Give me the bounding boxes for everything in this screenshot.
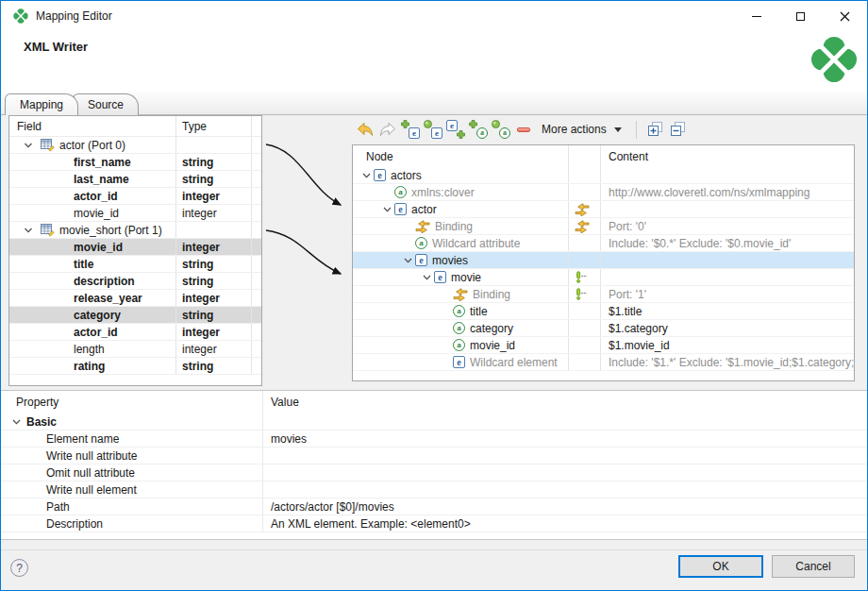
collapse-all-icon: [671, 122, 686, 137]
table-row[interactable]: rating string: [9, 358, 261, 375]
app-clover-icon: [13, 8, 28, 24]
key-binding-icon: [575, 271, 587, 283]
window-title: Mapping Editor: [36, 9, 112, 23]
tree-row[interactable]: Binding Port: '0': [353, 218, 854, 235]
binding-arrows-icon: [575, 220, 590, 233]
table-row[interactable]: actor_id integer: [9, 324, 261, 341]
add-attribute-icon: a: [469, 120, 488, 139]
page-title: XML Writer: [24, 40, 88, 54]
chevron-down-icon[interactable]: [383, 207, 392, 212]
tree-row[interactable]: a category $1.category: [353, 320, 854, 337]
attribute-icon: a: [453, 322, 465, 334]
chevron-down-icon[interactable]: [423, 275, 431, 280]
add-wildcard-element-icon: e: [424, 120, 442, 139]
chevron-down-icon[interactable]: [21, 228, 36, 233]
property-row[interactable]: Basic: [1, 414, 867, 431]
tree-row[interactable]: a Wildcard attribute Include: '$0.*' Exc…: [353, 235, 854, 252]
cancel-button[interactable]: Cancel: [772, 555, 855, 578]
help-button[interactable]: [10, 559, 28, 577]
attribute-icon: a: [415, 237, 427, 249]
ok-button[interactable]: OK: [678, 555, 763, 578]
table-row[interactable]: movie_short (Port 1): [9, 222, 261, 239]
tree-toolbar: e e e a a: [354, 115, 858, 144]
expand-all-icon: [648, 122, 663, 137]
property-row[interactable]: Description An XML element. Example: <el…: [1, 515, 867, 532]
tree-row[interactable]: a xmlns:clover http://www.cloveretl.com/…: [353, 184, 854, 201]
chevron-down-icon[interactable]: [12, 419, 21, 425]
tree-row-selected[interactable]: e movies: [353, 252, 854, 269]
add-wildcard-attribute-button[interactable]: a: [490, 118, 512, 141]
column-header-content: Content: [600, 145, 854, 167]
undo-icon: [356, 122, 375, 137]
property-value[interactable]: [262, 481, 867, 498]
more-actions-button[interactable]: More actions: [535, 118, 628, 141]
key-binding-icon: [575, 288, 587, 300]
minimize-button[interactable]: [734, 1, 778, 31]
property-row[interactable]: Write null element: [1, 481, 867, 498]
field-table: Field Type actor (Port 0) first_name str…: [8, 115, 262, 386]
property-value[interactable]: An XML element. Example: <element0>: [262, 515, 867, 532]
tree-row[interactable]: e actor: [353, 201, 854, 218]
table-row[interactable]: release_year integer: [9, 290, 261, 307]
property-row[interactable]: Write null attribute: [1, 447, 867, 464]
table-row[interactable]: last_name string: [9, 171, 261, 188]
table-row[interactable]: title string: [9, 256, 261, 273]
element-icon: e: [374, 169, 386, 181]
table-row[interactable]: description string: [9, 273, 261, 290]
table-row-highlighted[interactable]: movie_id integer: [9, 239, 261, 256]
property-row[interactable]: Path /actors/actor [$0]/movies: [1, 498, 867, 515]
property-value[interactable]: movies: [262, 431, 867, 447]
maximize-button[interactable]: [778, 1, 823, 31]
chevron-down-icon[interactable]: [362, 173, 371, 178]
add-child-element-button[interactable]: e: [399, 118, 422, 141]
tree-row[interactable]: e Wildcard element Include: '$1.*' Exclu…: [353, 354, 854, 371]
column-header-type: Type: [176, 116, 252, 136]
tab-mapping[interactable]: Mapping: [5, 93, 78, 115]
attribute-icon: a: [394, 186, 407, 198]
mapping-editor-dialog: Mapping Editor XML Writer Mapping Source…: [0, 0, 868, 591]
tab-source[interactable]: Source: [73, 93, 139, 115]
property-row[interactable]: Omit null attribute: [1, 464, 867, 481]
remove-icon: [517, 127, 530, 132]
table-row[interactable]: actor (Port 0): [9, 137, 261, 154]
close-button[interactable]: [823, 1, 867, 31]
element-icon: e: [434, 271, 446, 283]
property-value[interactable]: [262, 464, 867, 481]
undo-button[interactable]: [354, 118, 376, 141]
chevron-down-icon[interactable]: [21, 143, 36, 148]
property-value[interactable]: [262, 447, 867, 464]
property-row[interactable]: Element name movies: [1, 431, 867, 447]
tree-row[interactable]: e movie: [353, 269, 854, 286]
close-icon: [840, 11, 850, 22]
redo-icon: [378, 122, 397, 137]
table-row[interactable]: movie_id integer: [9, 205, 261, 222]
dropdown-caret-icon: [614, 127, 622, 132]
table-row-highlighted[interactable]: category string: [9, 307, 261, 324]
element-icon: e: [394, 203, 407, 215]
table-row[interactable]: length integer: [9, 341, 261, 358]
collapse-all-button[interactable]: [667, 118, 690, 141]
table-row[interactable]: first_name string: [9, 154, 261, 171]
redo-button[interactable]: [376, 118, 399, 141]
tree-row[interactable]: a movie_id $1.movie_id: [353, 337, 854, 354]
dialog-footer: OK Cancel: [1, 549, 867, 590]
binding-arrows-icon: [575, 203, 590, 216]
add-attribute-button[interactable]: a: [467, 118, 490, 141]
binding-arrows-icon: [415, 220, 430, 233]
record-icon: [41, 224, 55, 237]
remove-button[interactable]: [512, 118, 535, 141]
table-row[interactable]: actor_id integer: [9, 188, 261, 205]
tree-row[interactable]: Binding Port: '1': [353, 286, 854, 303]
property-value[interactable]: /actors/actor [$0]/movies: [262, 498, 867, 515]
minimize-icon: [752, 16, 761, 17]
tree-row[interactable]: a title $1.title: [353, 303, 854, 320]
record-icon: [41, 139, 55, 152]
element-icon: e: [453, 356, 465, 368]
tree-row[interactable]: e actors: [353, 167, 854, 184]
insert-element-button[interactable]: e: [444, 118, 467, 141]
chevron-down-icon[interactable]: [404, 258, 412, 263]
expand-all-button[interactable]: [644, 118, 667, 141]
column-header-value: Value: [262, 391, 867, 414]
add-wildcard-element-button[interactable]: e: [422, 118, 444, 141]
property-table: Property Value Basic Element name movies…: [1, 390, 867, 540]
